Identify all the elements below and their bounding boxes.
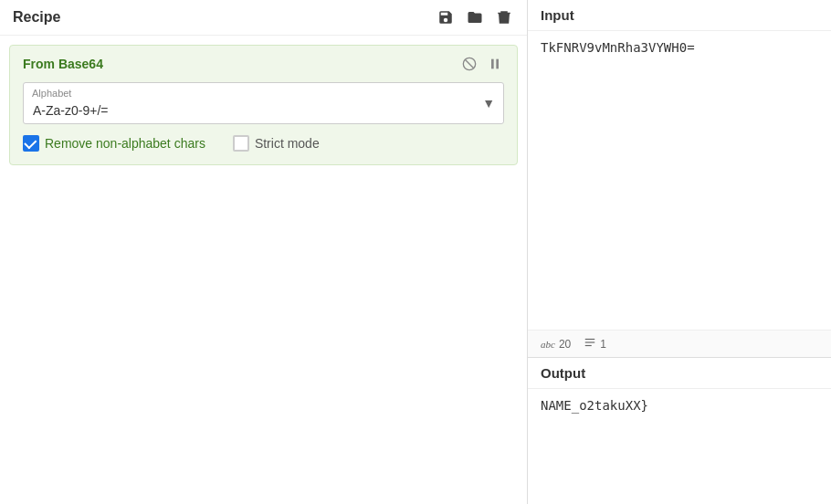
- operation-title: From Base64: [23, 57, 103, 71]
- delete-button[interactable]: [494, 7, 514, 27]
- input-section: Input TkFNRV9vMnRha3VYWH0= abc 20 1: [528, 0, 831, 358]
- input-stats-bar: abc 20 1: [528, 330, 831, 357]
- svg-rect-3: [496, 59, 499, 69]
- output-section: Output NAME_o2takuXX}: [528, 358, 831, 504]
- remove-non-alphabet-checkbox[interactable]: [23, 135, 39, 152]
- line-count: 1: [600, 338, 606, 351]
- svg-line-1: [465, 59, 473, 68]
- save-button[interactable]: [436, 7, 456, 27]
- input-header: Input: [528, 0, 831, 31]
- recipe-header: Recipe: [0, 0, 527, 36]
- svg-rect-2: [491, 59, 494, 69]
- recipe-panel: Recipe F: [0, 0, 528, 504]
- pause-operation-button[interactable]: [486, 55, 504, 73]
- remove-non-alphabet-label: Remove non-alphabet chars: [45, 136, 205, 151]
- remove-non-alphabet-checkbox-item[interactable]: Remove non-alphabet chars: [23, 135, 205, 152]
- recipe-toolbar: [436, 7, 514, 27]
- io-panel: Input TkFNRV9vMnRha3VYWH0= abc 20 1 Outp…: [528, 0, 831, 504]
- abc-icon: abc: [541, 339, 555, 350]
- input-textarea[interactable]: TkFNRV9vMnRha3VYWH0=: [528, 31, 831, 330]
- alphabet-label: Alphabet: [32, 88, 71, 99]
- strict-mode-checkbox-item[interactable]: Strict mode: [233, 135, 320, 152]
- output-textarea[interactable]: NAME_o2takuXX}: [528, 389, 831, 504]
- char-count-stat: abc 20: [541, 338, 571, 351]
- strict-mode-label: Strict mode: [255, 136, 320, 151]
- output-header: Output: [528, 358, 831, 389]
- strict-mode-checkbox[interactable]: [233, 135, 249, 152]
- operation-controls: [460, 55, 504, 73]
- disable-operation-button[interactable]: [460, 55, 479, 73]
- operation-header: From Base64: [23, 55, 504, 73]
- lines-icon: [584, 336, 596, 352]
- alphabet-select[interactable]: A-Za-z0-9+/= A-Za-z0-9-_ A-Za-z0-9+/: [23, 82, 504, 124]
- operation-card: From Base64 Al: [9, 45, 518, 165]
- open-button[interactable]: [465, 7, 485, 27]
- recipe-title: Recipe: [13, 9, 60, 26]
- alphabet-dropdown-container: Alphabet A-Za-z0-9+/= A-Za-z0-9-_ A-Za-z…: [23, 82, 504, 124]
- line-count-stat: 1: [584, 336, 606, 352]
- recipe-body: [0, 174, 527, 504]
- char-count: 20: [559, 338, 571, 351]
- checkboxes-row: Remove non-alphabet chars Strict mode: [23, 135, 504, 152]
